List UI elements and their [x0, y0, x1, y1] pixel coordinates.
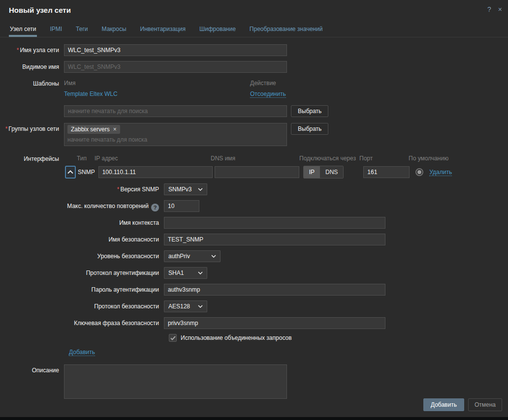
- visible-name-input[interactable]: [64, 61, 287, 73]
- context-name-row: Имя контекста: [0, 217, 508, 229]
- visible-name-label: Видимое имя: [0, 61, 64, 70]
- dialog-footer: Добавить Отмена: [423, 398, 502, 411]
- security-name-row: Имя безопасности: [0, 234, 508, 245]
- privacy-passphrase-input[interactable]: [164, 317, 385, 329]
- snmp-version-label: *Версия SNMP: [0, 183, 164, 193]
- host-groups-label: *Группы узлов сети: [0, 123, 64, 132]
- connect-via-dns-option[interactable]: DNS: [320, 166, 343, 178]
- auth-protocol-select[interactable]: SHA1: [164, 267, 207, 279]
- auth-passphrase-label: Пароль аутентификации: [0, 284, 164, 293]
- description-textarea[interactable]: [64, 364, 287, 399]
- host-group-chip-label: Zabbix servers: [71, 126, 110, 133]
- chevron-down-icon: [198, 188, 203, 191]
- help-icon[interactable]: ?: [487, 6, 491, 13]
- template-search-input[interactable]: [64, 105, 287, 117]
- tab-tags[interactable]: Теги: [75, 22, 89, 37]
- add-interface-link[interactable]: Добавить: [69, 349, 95, 356]
- security-level-label: Уровень безопасности: [0, 250, 164, 260]
- add-host-button[interactable]: Добавить: [423, 398, 464, 411]
- templates-row: Шаблоны Имя Действие Template Eltex WLC …: [0, 78, 508, 117]
- help-circle-icon[interactable]: ?: [151, 204, 159, 211]
- interfaces-header: Тип IP адрес DNS имя Подключаться через …: [64, 153, 497, 163]
- privacy-passphrase-row: Ключевая фраза безопасности: [0, 317, 508, 329]
- connect-via-ip-option[interactable]: IP: [304, 166, 320, 178]
- check-icon: [170, 336, 176, 340]
- context-name-label: Имя контекста: [0, 217, 164, 226]
- security-level-row: Уровень безопасности authPriv: [0, 250, 508, 262]
- tab-host[interactable]: Узел сети: [9, 22, 37, 37]
- security-name-input[interactable]: [164, 234, 385, 245]
- auth-passphrase-input[interactable]: [164, 284, 385, 296]
- column-port: Порт: [359, 155, 373, 162]
- connect-via-toggle: IP DNS: [303, 166, 344, 179]
- column-connect-via: Подключаться через: [299, 155, 356, 162]
- required-asterisk: *: [117, 186, 120, 193]
- cancel-button[interactable]: Отмена: [468, 398, 502, 411]
- tab-encryption[interactable]: Шифрование: [198, 22, 237, 37]
- host-groups-search-input[interactable]: [67, 135, 284, 145]
- add-interface-row: Добавить: [0, 349, 508, 356]
- interface-ip-input[interactable]: [98, 166, 213, 178]
- linked-template-link[interactable]: Template Eltex WLC: [64, 90, 118, 97]
- templates-header: Имя Действие: [64, 78, 287, 88]
- bulk-requests-row: Использование объединенных запросов: [0, 334, 508, 342]
- bulk-requests-checkbox[interactable]: [169, 334, 177, 342]
- host-name-label: *Имя узла сети: [0, 44, 64, 54]
- column-default: По умолчанию: [409, 155, 448, 162]
- unlink-template-link[interactable]: Отсоединить: [250, 90, 286, 98]
- templates-name-column: Имя: [64, 80, 75, 87]
- privacy-protocol-label: Протокол безопасности: [0, 300, 164, 310]
- tab-macros[interactable]: Макросы: [101, 22, 127, 37]
- privacy-protocol-row: Протокол безопасности AES128: [0, 300, 508, 312]
- templates-block: Имя Действие Template Eltex WLC Отсоедин…: [64, 78, 328, 117]
- collapse-interface-button[interactable]: [65, 166, 76, 179]
- description-row: Описание: [0, 364, 508, 399]
- auth-passphrase-row: Пароль аутентификации: [0, 284, 508, 296]
- snmp-version-select[interactable]: SNMPv3: [164, 183, 207, 195]
- security-name-label: Имя безопасности: [0, 234, 164, 243]
- tab-inventory[interactable]: Инвентаризация: [139, 22, 187, 37]
- description-label: Описание: [0, 364, 64, 374]
- interface-dns-input[interactable]: [215, 166, 299, 178]
- max-repetitions-label: Макс. количество повторений?: [0, 200, 164, 211]
- host-name-input[interactable]: [64, 44, 287, 56]
- interfaces-row: Интерфейсы Тип IP адрес DNS имя Подключа…: [0, 153, 508, 183]
- templates-action-column: Действие: [250, 80, 276, 87]
- template-search-line: Выбрать: [64, 105, 328, 117]
- auth-protocol-row: Протокол аутентификации SHA1: [0, 267, 508, 279]
- chevron-down-icon: [198, 271, 203, 274]
- host-groups-select-button[interactable]: Выбрать: [291, 123, 328, 135]
- visible-name-row: Видимое имя: [0, 61, 508, 73]
- tab-ipmi[interactable]: IPMI: [49, 22, 63, 37]
- dialog-title: Новый узел сети: [9, 6, 71, 14]
- snmp-version-row: *Версия SNMP SNMPv3: [0, 183, 508, 195]
- column-type: Тип: [77, 155, 87, 162]
- chevron-up-icon: [67, 170, 73, 174]
- template-select-button[interactable]: Выбрать: [291, 105, 328, 117]
- context-name-input[interactable]: [164, 217, 385, 229]
- chevron-down-icon: [198, 305, 203, 308]
- privacy-protocol-select[interactable]: AES128: [164, 300, 207, 312]
- linked-template-row: Template Eltex WLC Отсоединить: [64, 90, 287, 101]
- max-repetitions-input[interactable]: [164, 200, 199, 212]
- security-level-select[interactable]: authPriv: [164, 250, 221, 262]
- dialog-controls: ? ×: [487, 6, 503, 13]
- chevron-down-icon: [211, 255, 216, 258]
- default-interface-radio[interactable]: [415, 168, 423, 176]
- close-icon[interactable]: ×: [498, 6, 502, 13]
- chip-remove-icon[interactable]: ×: [113, 126, 117, 133]
- new-host-dialog: Новый узел сети ? × Узел сети IPMI Теги …: [0, 0, 508, 417]
- privacy-passphrase-label: Ключевая фраза безопасности: [0, 317, 164, 327]
- remove-interface-link[interactable]: Удалить: [429, 169, 452, 176]
- interfaces-label: Интерфейсы: [0, 153, 64, 162]
- tab-value-mapping[interactable]: Преобразование значений: [249, 22, 324, 37]
- snmp-interface-row: SNMP IP DNS Удалить: [64, 166, 497, 179]
- host-groups-multiselect[interactable]: Zabbix servers ×: [64, 123, 287, 146]
- auth-protocol-label: Протокол аутентификации: [0, 267, 164, 276]
- column-dns: DNS имя: [211, 155, 235, 162]
- host-group-chip: Zabbix servers ×: [67, 125, 120, 134]
- host-form: *Имя узла сети Видимое имя Шаблоны Имя Д…: [0, 37, 508, 399]
- interface-port-input[interactable]: [363, 166, 410, 178]
- max-repetitions-row: Макс. количество повторений?: [0, 200, 508, 212]
- column-ip: IP адрес: [95, 155, 118, 162]
